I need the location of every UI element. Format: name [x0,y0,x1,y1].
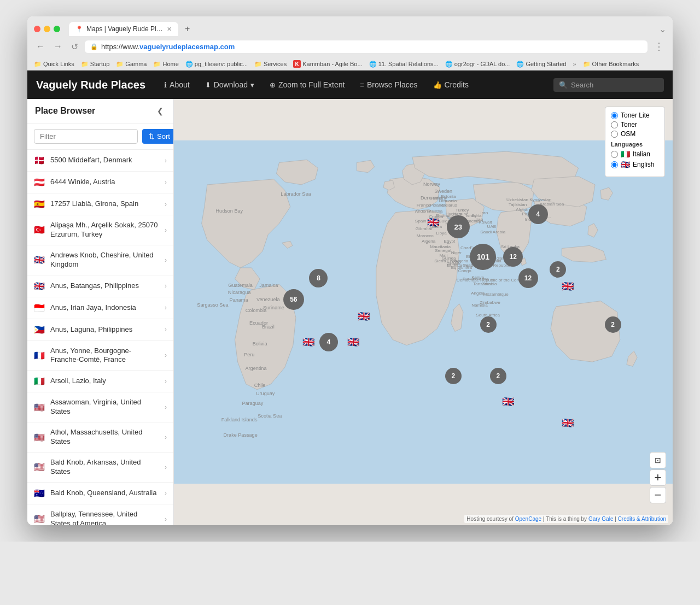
nav-zoom[interactable]: ⊕ Zoom to Full Extent [262,77,352,92]
place-flag-icon: 🇹🇷 [34,225,45,235]
bookmark-quick-links[interactable]: 📁 Quick Links [34,61,74,68]
place-flag-icon: 🇺🇸 [34,402,45,413]
bookmark-pgtileserv[interactable]: 🌐 pg_tileserv: public... [185,61,248,68]
search-box[interactable]: 🔍 [553,78,664,92]
bookmark-services[interactable]: 📁 Services [254,61,287,68]
minimize-button[interactable] [44,26,50,32]
place-list-item[interactable]: 🇮🇹 Arsoli, Lazio, Italy › [27,371,173,392]
basemap-toner[interactable]: Toner [611,121,659,128]
english-flag-icon: 🇬🇧 [621,160,630,169]
forward-button[interactable]: → [51,40,65,52]
place-list-item[interactable]: 🇺🇸 Assawoman, Virginia, United States › [27,392,173,422]
english-radio[interactable] [611,161,618,168]
bookmark-getting-started[interactable]: 🌐 Getting Started [516,61,566,68]
place-name-text: Anus, Irian Jaya, Indonesia [50,303,159,313]
place-list-item[interactable]: 🇦🇺 Bald Knob, Queensland, Australia › [27,483,173,504]
lang-english[interactable]: 🇬🇧 English [611,160,659,169]
map-area[interactable]: Hudson Bay Labrador Sea Sargasso Sea Bra… [174,99,673,525]
cluster-8[interactable]: 8 [309,269,328,287]
cluster-4-caribbean[interactable]: 4 [319,333,338,351]
cluster-101[interactable]: 101 [470,244,496,270]
toner-radio[interactable] [611,121,618,128]
place-list-item[interactable]: 🇺🇸 Athol, Massachusetts, United States › [27,422,173,453]
place-list-item[interactable]: 🇮🇩 Anus, Irian Jaya, Indonesia › [27,297,173,319]
zoom-reset-button[interactable]: ⊡ [650,452,666,468]
bookmark-home[interactable]: 📁 Home [153,61,178,68]
url-bar[interactable]: 🔒 https://www.vaguelyrudeplacesmap.com [85,40,648,53]
maximize-button[interactable] [54,26,60,32]
back-button[interactable]: ← [34,40,47,52]
globe-icon: 🌐 [369,61,377,68]
place-list-item[interactable]: 🇬🇧 Andrews Knob, Cheshire, United Kingdo… [27,245,173,275]
sidebar-collapse-button[interactable]: ❮ [155,105,166,116]
cluster-2-algeria[interactable]: 2 [480,316,497,333]
new-tab-button[interactable]: + [182,23,193,35]
bookmark-more[interactable]: » [573,61,576,67]
nav-browse-label: Browse Places [367,80,418,89]
cluster-2-turkey[interactable]: 2 [550,261,566,278]
sort-button[interactable]: ⇅ Sort [142,129,174,144]
opencage-link[interactable]: OpenCage [515,516,541,522]
cluster-2-india[interactable]: 2 [605,316,621,333]
bookmark-label: Services [264,61,287,67]
place-list-item[interactable]: 🇹🇷 Alipaşa Mh., Arçelik Sokak, 25070 Erz… [27,215,173,245]
cluster-12-africa[interactable]: 12 [518,268,538,288]
search-input[interactable] [571,81,658,89]
cluster-56[interactable]: 56 [283,289,304,310]
browser-tab[interactable]: 📍 Maps | Vaguely Rude Places ✕ [69,22,178,36]
nav-about[interactable]: ℹ About [156,77,197,92]
reload-button[interactable]: ↺ [69,40,80,53]
flag-uk-europe[interactable]: 🇬🇧 [427,216,439,228]
place-list-item[interactable]: 🇫🇷 Anus, Yonne, Bourgogne-Franche-Comté,… [27,341,173,371]
nav-download[interactable]: ⬇ Download ▾ [197,77,262,92]
browser-window: 📍 Maps | Vaguely Rude Places ✕ + ⌄ ← → ↺… [27,16,673,525]
sidebar: Place Browser ❮ ⇅ Sort 🇩🇰 5500 Middelfar… [27,99,174,525]
nav-browse[interactable]: ≡ Browse Places [352,77,425,92]
close-button[interactable] [34,26,40,32]
main-content: Place Browser ❮ ⇅ Sort 🇩🇰 5500 Middelfar… [27,99,673,525]
place-list-item[interactable]: 🇵🇭 Anus, Laguna, Philippines › [27,319,173,341]
cluster-4-eu[interactable]: 4 [528,204,548,224]
flag-uk-brazil[interactable]: 🇬🇧 [358,310,370,322]
flag-uk-southamerica[interactable]: 🇬🇧 [347,336,359,348]
place-list-item[interactable]: 🇬🇧 Anus, Batangas, Philippines › [27,275,173,297]
flag-uk-southafrica[interactable]: 🇬🇧 [502,396,514,408]
bookmark-kammban[interactable]: K Kammban - Agile Bo... [293,60,362,68]
extensions-button[interactable]: ⋮ [652,39,666,54]
zoom-in-button[interactable]: + [650,469,666,486]
place-chevron-icon: › [165,201,167,208]
italian-radio[interactable] [611,151,618,158]
place-list-item[interactable]: 🇦🇹 6444 Winkle, Austria › [27,172,173,193]
place-list-item[interactable]: 🇩🇰 5500 Middelfart, Denmark › [27,150,173,172]
nav-credits[interactable]: 👍 Credits [425,77,476,92]
window-chevron-icon[interactable]: ⌄ [659,24,666,34]
place-list-item[interactable]: 🇺🇸 Bald Knob, Arkansas, United States › [27,453,173,483]
cluster-2-westafrica[interactable]: 2 [445,368,462,384]
bookmark-spatial[interactable]: 🌐 11. Spatial Relations... [369,61,439,68]
osm-radio[interactable] [611,131,618,138]
gary-gale-link[interactable]: Gary Gale [588,516,614,522]
bookmark-gamma[interactable]: 📁 Gamma [116,61,147,68]
place-name-text: 6444 Winkle, Austria [50,178,159,187]
bookmark-ogr2ogr[interactable]: 🌐 ogr2ogr - GDAL do... [445,61,510,68]
place-list-item[interactable]: 🇺🇸 Ballplay, Tennessee, United States of… [27,504,173,525]
flag-uk-middleeast[interactable]: 🇬🇧 [562,280,574,292]
zoom-out-button[interactable]: − [650,487,666,503]
flag-uk-madagascar[interactable]: 🇬🇧 [562,417,574,429]
cluster-12-europe[interactable]: 12 [503,247,523,267]
basemap-toner-lite[interactable]: Toner Lite [611,111,659,119]
flag-uk-centralamerica[interactable]: 🇬🇧 [302,336,314,348]
basemap-osm[interactable]: OSM [611,130,659,138]
cluster-2-centralafrica[interactable]: 2 [490,368,506,384]
folder-icon: 📁 [254,61,262,68]
filter-input[interactable] [34,129,138,144]
place-list-item[interactable]: 🇪🇸 17257 Llabià, Girona, Spain › [27,193,173,215]
credits-attribution-link[interactable]: Credits & Attribution [618,516,666,522]
toner-lite-radio[interactable] [611,112,618,119]
tab-close-icon[interactable]: ✕ [167,26,172,33]
cluster-23[interactable]: 23 [447,215,470,238]
bookmark-other[interactable]: 📁 Other Bookmarks [583,61,639,68]
bookmark-startup[interactable]: 📁 Startup [81,61,109,68]
place-chevron-icon: › [165,378,167,385]
lang-italian[interactable]: 🇮🇹 Italian [611,150,659,158]
